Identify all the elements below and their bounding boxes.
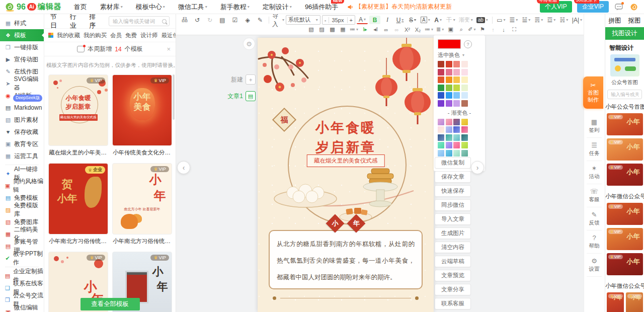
cover-thumbnail[interactable]: ♛VIP小年	[607, 138, 643, 161]
color-swatch[interactable]	[446, 100, 452, 107]
help-icon[interactable]: ?	[464, 40, 472, 48]
color-swatch[interactable]	[438, 85, 444, 91]
rail-item-settings[interactable]: ⚙设置	[587, 254, 602, 277]
find-replace-icon[interactable]: ⌕	[457, 25, 465, 34]
gradient-swatch[interactable]	[461, 126, 468, 133]
nav-wechat-tools[interactable]: 微信工具▾	[178, 3, 207, 12]
search-icon[interactable]	[162, 19, 167, 24]
gradient-swatch[interactable]	[453, 134, 460, 141]
view-all-templates-button[interactable]: 查看全部模板	[80, 298, 140, 310]
gradient-swatch[interactable]	[438, 126, 444, 133]
article-subtitle[interactable]: 藏在烟火里的美食仪式感	[307, 154, 385, 167]
new-document-button[interactable]: 新建＋	[231, 74, 256, 85]
canvas-prev-arrow[interactable]: ‹	[177, 161, 190, 174]
rail-item-support[interactable]: ☏客服	[587, 184, 602, 207]
sidebar-item-wechat-editor[interactable]: ▣微信编辑器	[0, 306, 44, 312]
sidebar-item-teaching-ppt[interactable]: ✔教学PPT制作	[0, 252, 44, 264]
article-paragraph[interactable]: 从北方的糖瓜甜香到南方的年糕软糯，从灶前的热气氤氲到舌尖的味蕾盛宴，每一道小年美…	[277, 236, 415, 286]
color-swatch[interactable]	[453, 85, 460, 91]
gradient-swatch[interactable]	[461, 142, 468, 148]
rail-item-help[interactable]: ?帮助	[587, 230, 602, 254]
smart-design-sample-card[interactable]	[610, 54, 639, 76]
link-member[interactable]: 会员	[110, 32, 122, 39]
link-icon[interactable]: ∞	[382, 25, 390, 34]
new-doc-icon[interactable]: ▤	[217, 16, 228, 24]
template-thumbnail[interactable]: ♛VIP 小年 美食	[112, 74, 172, 146]
eraser-icon[interactable]: ◈	[242, 16, 253, 24]
color-swatch[interactable]	[446, 92, 452, 99]
image-icon[interactable]: ▧	[307, 25, 315, 34]
template-thumbnail[interactable]: ♛VIP 小年食暖 岁启新章 藏在烟火里的美食仪式感	[48, 74, 108, 146]
draft-check-icon[interactable]: ☑	[229, 16, 240, 24]
gradient-swatch[interactable]	[461, 150, 468, 157]
sidebar-item-svg-editor[interactable]: ➤SVG编辑器	[0, 77, 44, 90]
sidebar-item-one-click-layout[interactable]: ❐一键排版	[0, 41, 44, 53]
nav-material-library[interactable]: 素材库▾	[100, 3, 123, 12]
template-card[interactable]: ♛VIP 小 年 南北方小年 欢喜迎新年 小年南北方习俗传统模板	[112, 163, 172, 245]
outdent-icon[interactable]: ◂I	[371, 25, 380, 34]
color-swatch[interactable]	[453, 61, 460, 67]
gradient-swatch[interactable]	[446, 150, 452, 157]
strikethrough-icon[interactable]: S▾	[407, 16, 418, 24]
to-bottom-icon[interactable]: ↓	[500, 25, 508, 34]
import-article-button[interactable]: 导入文章	[435, 213, 471, 225]
article-tab-1[interactable]: 文章1▤	[227, 91, 256, 101]
gradient-swatch[interactable]	[461, 119, 468, 125]
underline-icon[interactable]: U▾	[394, 16, 406, 24]
paragraph-spacing-icon[interactable]: ☵▾	[558, 16, 570, 24]
nav-template-center[interactable]: 模板中心▾	[136, 3, 165, 12]
color-swatch[interactable]	[461, 85, 468, 91]
align-center-icon[interactable]: ☰▾	[508, 16, 519, 24]
font-size-value[interactable]: 35px	[329, 17, 348, 23]
sidebar-item-education-zone[interactable]: ▣教育专区	[0, 138, 44, 150]
font-size-minus-button[interactable]: -	[323, 17, 329, 23]
gradient-swatch[interactable]	[446, 142, 452, 148]
template-card[interactable]: ♛VIP 小年 美食 小年传统美食文化分享模板	[112, 74, 172, 157]
find-image-design-button[interactable]: 找图设计	[605, 27, 644, 40]
undo-icon[interactable]: ↺	[192, 16, 203, 24]
gradient-text-icon[interactable]: 渐变▾	[458, 16, 474, 24]
rail-item-feedback[interactable]: ✎反馈	[587, 207, 602, 230]
texture-icon[interactable]: ▩	[328, 25, 337, 34]
nav-home[interactable]: 首页	[74, 3, 87, 12]
subscript-icon[interactable]: X₂	[414, 25, 422, 34]
announcement-link[interactable]: 【素材更新】春天简约清新素材更新	[347, 3, 452, 11]
tab-collage[interactable]: 拼图	[609, 17, 621, 25]
cover-maker-button[interactable]: ✂ 首图 制作	[583, 76, 603, 109]
to-top-icon[interactable]: ↑	[489, 25, 498, 34]
image-gallery-icon[interactable]: ▨	[317, 25, 326, 34]
search-icon[interactable]	[641, 92, 642, 97]
gradient-swatch[interactable]	[453, 150, 460, 157]
superscript-icon[interactable]: X²	[403, 25, 412, 34]
mini-program-icon[interactable]: 品	[179, 16, 190, 24]
article-preview-button[interactable]: 文章预览	[435, 270, 471, 281]
nav-tutorials[interactable]: 新手教程▾	[220, 3, 250, 12]
vertical-align-icon[interactable]: ☴▾	[533, 16, 544, 24]
template-thumbnail[interactable]: ♛VIP 小 年 南北方小年 欢喜迎新年	[112, 163, 172, 235]
cover-thumbnail[interactable]: ♛VIP小年	[607, 292, 624, 312]
article-text-box[interactable]: 从北方的糖瓜甜香到南方的年糕软糯，从灶前的热气氤氲到舌尖的味蕾盛宴，每一道小年美…	[269, 230, 423, 289]
gradient-swatch[interactable]	[446, 126, 452, 133]
template-thumbnail[interactable]: ♛企业 贺 小年	[48, 163, 108, 235]
panel-scrollbar[interactable]	[173, 74, 175, 120]
gradient-swatch[interactable]	[453, 119, 460, 125]
font-color-icon[interactable]: A▾	[357, 16, 368, 24]
change-selected-color-button[interactable]: 选中换色▾	[438, 51, 481, 59]
line-height-icon[interactable]: ☲▾	[546, 16, 557, 24]
save-article-button[interactable]: 保存文章	[435, 171, 471, 183]
color-swatch[interactable]	[453, 69, 460, 75]
sidebar-item-simple-style[interactable]: ▣简约风格编辑	[0, 180, 44, 192]
color-swatch[interactable]	[461, 92, 468, 99]
table-icon[interactable]: ▦	[339, 25, 347, 34]
nav-plugin-assistant[interactable]: 96插件助手 NEW	[305, 3, 338, 12]
color-swatch[interactable]	[461, 69, 468, 75]
link-recent[interactable]: 最近使用	[162, 32, 177, 39]
cover-thumbnail[interactable]: ♛VIP小年	[626, 292, 643, 312]
color-swatch[interactable]	[453, 76, 460, 83]
paste-icon[interactable]: ▣	[446, 25, 455, 34]
personal-vip-button[interactable]: 年终钜惠 个人VIP	[540, 1, 572, 13]
color-swatch[interactable]	[446, 69, 452, 75]
canvas-settings-gear-icon[interactable]: ⚙	[244, 38, 255, 49]
message-chat-icon[interactable]	[614, 2, 624, 12]
tab-festival[interactable]: 节日	[50, 14, 58, 30]
